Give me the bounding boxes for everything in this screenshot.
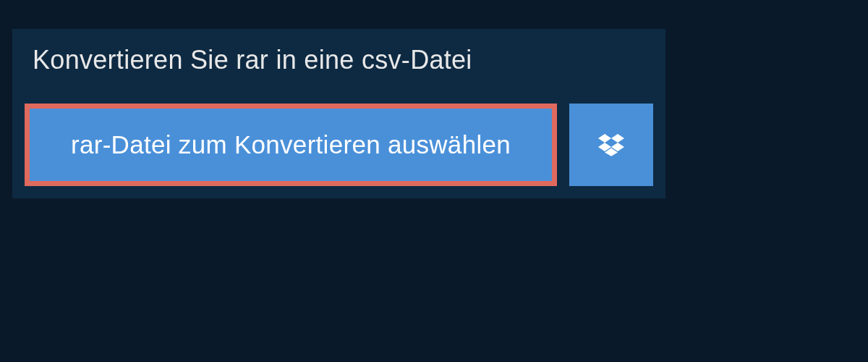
select-file-button-label: rar-Datei zum Konvertieren auswählen — [71, 130, 511, 159]
title-bar: Konvertieren Sie rar in eine csv-Datei — [12, 29, 493, 91]
page-title: Konvertieren Sie rar in eine csv-Datei — [33, 45, 472, 75]
dropbox-button[interactable] — [569, 104, 653, 186]
button-row: rar-Datei zum Konvertieren auswählen — [12, 91, 665, 198]
select-file-button[interactable]: rar-Datei zum Konvertieren auswählen — [25, 104, 557, 186]
dropbox-icon — [598, 132, 624, 158]
converter-panel: Konvertieren Sie rar in eine csv-Datei r… — [12, 29, 665, 198]
